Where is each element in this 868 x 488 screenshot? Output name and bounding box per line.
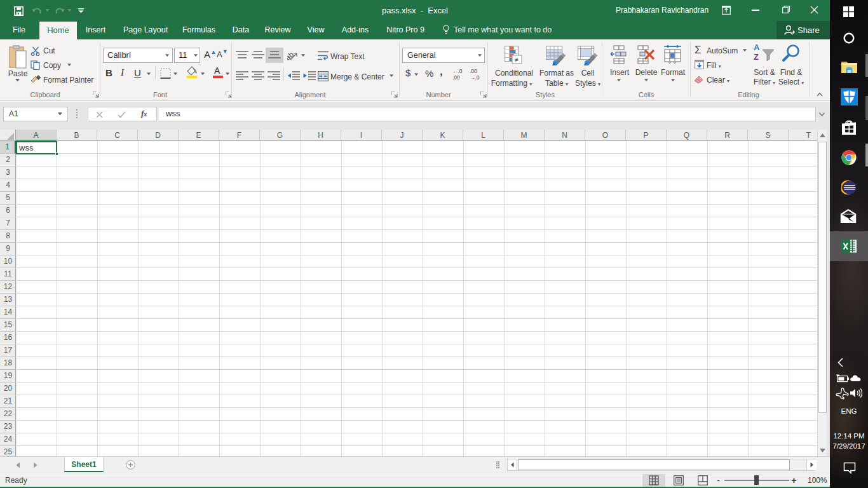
- svg-text:≠: ≠: [515, 56, 519, 64]
